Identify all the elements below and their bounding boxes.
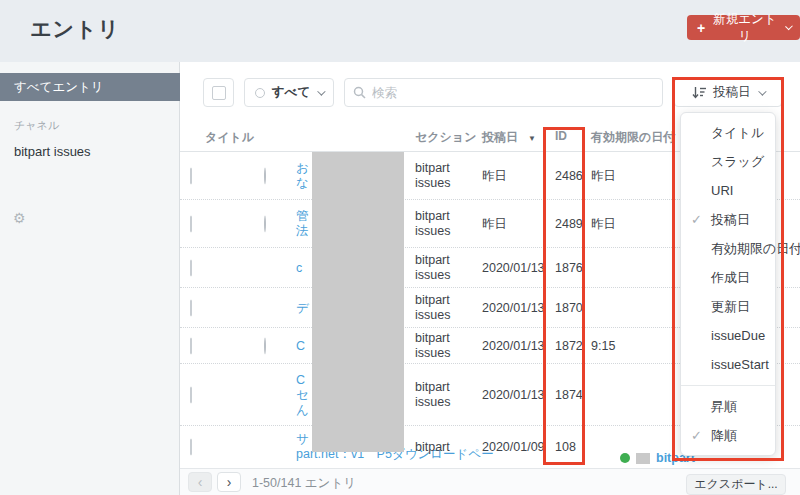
entry-date: 昨日 xyxy=(482,215,507,232)
entry-section: bitpart issues xyxy=(415,253,477,283)
entry-expire-date: 昨日 xyxy=(591,215,616,232)
entry-section: bitpart xyxy=(415,440,477,455)
entry-date: 2020/01/13 xyxy=(482,301,545,315)
entry-section: bitpart issues xyxy=(415,209,477,239)
chevron-down-icon xyxy=(785,22,793,30)
sort-menu-item-issuedue[interactable]: issueDue xyxy=(681,321,775,350)
sort-button-label: 投稿日 xyxy=(713,84,751,101)
entry-date: 2020/01/13 xyxy=(482,261,545,275)
row-checkbox[interactable] xyxy=(190,386,192,403)
entry-id: 1876 xyxy=(555,261,583,275)
entry-id: 2489 xyxy=(555,217,583,231)
sort-menu-item-modified[interactable]: 更新日 xyxy=(681,292,775,321)
row-checkbox[interactable] xyxy=(190,167,192,184)
entry-title-link[interactable]: c xyxy=(296,260,302,275)
row-checkbox[interactable] xyxy=(190,259,192,276)
search-input[interactable] xyxy=(372,86,654,100)
select-all-button[interactable] xyxy=(203,78,234,107)
pagination-label: 1-50/141 エントリ xyxy=(252,475,356,492)
row-checkbox[interactable] xyxy=(190,299,192,316)
sort-menu-item-ascending[interactable]: 昇順 xyxy=(681,392,775,421)
entry-title-link[interactable]: Cセん xyxy=(296,372,309,417)
status-draft-icon xyxy=(264,167,266,184)
sort-menu-item-uri[interactable]: URI xyxy=(681,176,775,205)
sort-menu-item-descending[interactable]: ✓降順 xyxy=(681,421,775,450)
gear-icon[interactable]: ⚙ xyxy=(13,210,26,226)
redaction-overlay xyxy=(312,152,404,452)
entry-date: 2020/01/09 xyxy=(482,440,545,454)
new-entry-label: 新規エントリ xyxy=(711,11,778,45)
status-circle-icon xyxy=(255,88,265,98)
entry-date: 2020/01/13 xyxy=(482,388,545,402)
entry-expire-date: 昨日 xyxy=(591,167,616,184)
sort-dropdown-button[interactable]: 投稿日 xyxy=(674,78,782,107)
export-button[interactable]: エクスポート... xyxy=(686,474,786,495)
entry-section: bitpart issues xyxy=(415,331,477,361)
check-icon: ✓ xyxy=(691,205,702,234)
top-banner: エントリ + 新規エントリ xyxy=(0,0,800,62)
sort-menu-item-issuestart[interactable]: issueStart xyxy=(681,350,775,379)
sidebar-section-label: チャネル xyxy=(14,118,59,133)
new-entry-button[interactable]: + 新規エントリ xyxy=(687,15,800,40)
row-checkbox[interactable] xyxy=(190,215,192,232)
entry-section: bitpart issues xyxy=(415,161,477,191)
entry-section: bitpart issues xyxy=(415,293,477,323)
entry-date: 2020/01/13 xyxy=(482,339,545,353)
entry-title-link[interactable]: C xyxy=(296,338,305,353)
entry-title-link[interactable]: デ xyxy=(296,300,309,315)
column-header-id[interactable]: ID xyxy=(555,129,567,143)
sort-menu-item-created[interactable]: 作成日 xyxy=(681,263,775,292)
search-icon xyxy=(353,86,366,99)
thumbnail-placeholder xyxy=(636,453,650,464)
select-all-checkbox[interactable] xyxy=(212,86,226,100)
chevron-down-icon xyxy=(758,87,766,95)
plus-icon: + xyxy=(697,21,705,35)
column-header-title[interactable]: タイトル xyxy=(205,129,254,146)
column-header-expire[interactable]: 有効期限の日付 xyxy=(591,129,675,146)
pagination-next-button[interactable]: › xyxy=(217,472,241,492)
entry-title-link[interactable]: おな xyxy=(296,161,309,191)
status-filter-button[interactable]: すべて xyxy=(244,78,334,107)
sort-menu-item-expire-date[interactable]: 有効期限の日付 xyxy=(681,234,775,263)
entry-id: 108 xyxy=(555,440,576,454)
entry-id: 1872 xyxy=(555,339,583,353)
sort-dropdown-menu: タイトル スラッグ URI ✓投稿日 有効期限の日付 作成日 更新日 issue… xyxy=(680,112,776,456)
pagination-prev-button[interactable]: ‹ xyxy=(188,472,212,492)
entry-section: bitpart issues xyxy=(415,380,477,410)
sidebar-item-bitpart-issues[interactable]: bitpart issues xyxy=(14,144,91,159)
sidebar-item-all-entries[interactable]: すべてエントリ xyxy=(0,73,180,101)
row-checkbox[interactable] xyxy=(190,337,192,354)
sort-desc-triangle-icon: ▼ xyxy=(528,134,536,143)
page-title: エントリ xyxy=(30,15,120,43)
entry-date: 昨日 xyxy=(482,167,507,184)
chevron-down-icon xyxy=(317,87,325,95)
status-published-icon xyxy=(620,453,630,463)
sort-menu-item-slug[interactable]: スラッグ xyxy=(681,147,775,176)
status-draft-icon xyxy=(264,337,266,354)
entry-id: 2486 xyxy=(555,169,583,183)
sort-menu-item-post-date[interactable]: ✓投稿日 xyxy=(681,205,775,234)
status-filter-label: すべて xyxy=(272,84,310,101)
check-icon: ✓ xyxy=(691,421,702,450)
entry-expire-date: 9:15 xyxy=(591,339,615,353)
sort-descending-icon xyxy=(692,86,706,99)
sidebar: すべてエントリ チャネル bitpart issues ⚙ xyxy=(0,62,180,495)
list-toolbar: すべて 投稿日 xyxy=(203,78,782,107)
entry-id: 1874 xyxy=(555,388,583,402)
row-checkbox[interactable] xyxy=(190,439,192,456)
search-field[interactable] xyxy=(344,78,663,107)
column-header-section[interactable]: セクション xyxy=(415,129,476,146)
menu-divider xyxy=(681,385,775,386)
entry-id: 1870 xyxy=(555,301,583,315)
sort-menu-item-title[interactable]: タイトル xyxy=(681,118,775,147)
status-draft-icon xyxy=(264,215,266,232)
column-header-date[interactable]: 投稿日▼ xyxy=(482,129,536,146)
entry-title-link[interactable]: 管法 xyxy=(296,209,309,239)
